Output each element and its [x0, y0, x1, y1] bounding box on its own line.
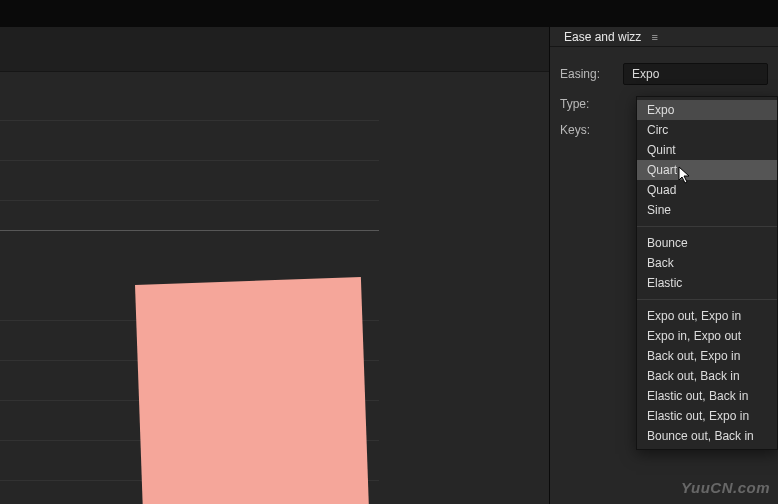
app-title-bar — [0, 0, 778, 27]
easing-row: Easing: Expo — [550, 57, 778, 91]
keys-label: Keys: — [560, 123, 615, 137]
dropdown-item[interactable]: Elastic out, Back in — [637, 386, 777, 406]
composition-viewport — [0, 27, 550, 504]
dropdown-group: ExpoCircQuintQuartQuadSine — [637, 97, 777, 223]
dropdown-separator — [637, 226, 777, 227]
dropdown-item[interactable]: Quart — [637, 160, 777, 180]
dropdown-group: BounceBackElastic — [637, 230, 777, 296]
dropdown-item[interactable]: Back — [637, 253, 777, 273]
easing-select[interactable]: Expo — [623, 63, 768, 85]
type-label: Type: — [560, 97, 615, 111]
dropdown-item[interactable]: Expo in, Expo out — [637, 326, 777, 346]
dropdown-item[interactable]: Back out, Expo in — [637, 346, 777, 366]
dropdown-item[interactable]: Circ — [637, 120, 777, 140]
viewport-header — [0, 27, 549, 72]
dropdown-item[interactable]: Sine — [637, 200, 777, 220]
dropdown-item[interactable]: Expo — [637, 100, 777, 120]
dropdown-item[interactable]: Quad — [637, 180, 777, 200]
dropdown-item[interactable]: Elastic — [637, 273, 777, 293]
dropdown-group: Expo out, Expo inExpo in, Expo outBack o… — [637, 303, 777, 449]
guide-line — [0, 200, 379, 201]
dropdown-item[interactable]: Elastic out, Expo in — [637, 406, 777, 426]
dropdown-item[interactable]: Quint — [637, 140, 777, 160]
dropdown-item[interactable]: Bounce out, Back in — [637, 426, 777, 446]
guide-line — [0, 120, 379, 121]
guide-line — [0, 230, 379, 231]
viewport-canvas — [0, 72, 549, 504]
shape-layer-square[interactable] — [135, 277, 369, 504]
panel-menu-icon[interactable]: ≡ — [651, 31, 656, 43]
dropdown-separator — [637, 299, 777, 300]
easing-dropdown: ExpoCircQuintQuartQuadSineBounceBackElas… — [636, 96, 778, 450]
dropdown-item[interactable]: Bounce — [637, 233, 777, 253]
dropdown-item[interactable]: Expo out, Expo in — [637, 306, 777, 326]
watermark: YuuCN.com — [681, 479, 770, 496]
panel-title: Ease and wizz — [564, 30, 641, 44]
guide-line — [0, 160, 379, 161]
dropdown-item[interactable]: Back out, Back in — [637, 366, 777, 386]
easing-label: Easing: — [560, 67, 615, 81]
easing-select-value: Expo — [632, 67, 659, 81]
panel-header[interactable]: Ease and wizz ≡ — [550, 27, 778, 47]
